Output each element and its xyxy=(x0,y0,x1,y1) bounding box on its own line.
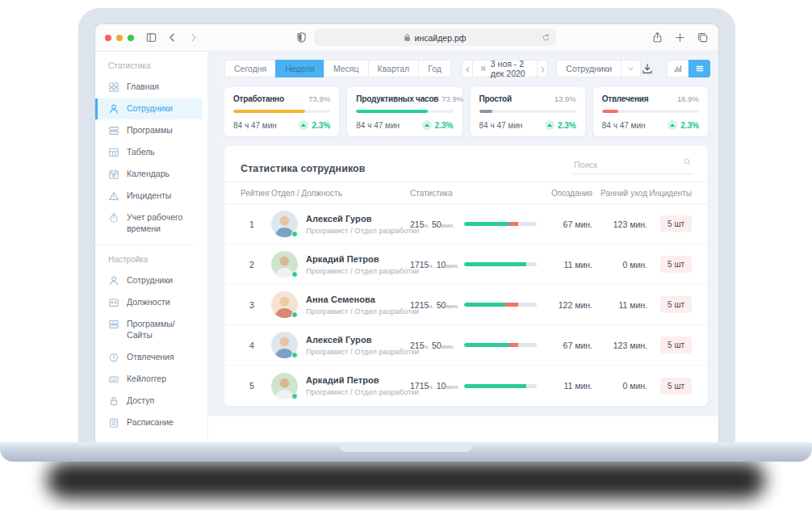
table-row[interactable]: 1 Алексей Гуров Програмист / Отдел разра… xyxy=(224,204,708,245)
change-badge: 2.3% xyxy=(545,120,576,130)
activity-bar xyxy=(464,262,537,266)
activity-bar xyxy=(464,222,537,226)
sidebar-item[interactable]: Доступ xyxy=(95,391,203,412)
incidents-badge: 5 шт xyxy=(660,215,692,232)
stat-card-percent: 73.9% xyxy=(442,94,463,103)
employee-name: Анна Семенова xyxy=(306,295,410,304)
sidebar-section-settings: Сотрудники Должности Программы/Сайты Отв… xyxy=(95,270,207,433)
list-view-button[interactable] xyxy=(689,60,710,77)
change-badge: 2.3% xyxy=(299,120,330,130)
employee-name: Алексей Гуров xyxy=(306,335,410,345)
sidebar-item-label: Инциденты xyxy=(127,190,171,202)
stat-card: Отработанно 73.9% 84 ч 47 мин 2.3% xyxy=(224,87,339,136)
laptop-shadow xyxy=(47,462,765,499)
scope-select[interactable]: Сотрудники xyxy=(556,60,641,77)
sidebar-item[interactable]: Учет рабочего времени xyxy=(95,207,203,239)
activity-bar xyxy=(464,384,537,388)
period-tab[interactable]: Месяц xyxy=(324,60,369,77)
incidents-badge: 5 шт xyxy=(660,337,692,353)
sidebar-item-label: Программы xyxy=(127,125,173,136)
stat-card-time: 84 ч 47 мин xyxy=(233,121,277,130)
avatar xyxy=(271,332,298,358)
chevron-left-icon xyxy=(464,65,471,73)
date-range-field[interactable]: 3 ноя - 2 дек 2020 xyxy=(472,60,537,77)
table-row[interactable]: 3 Анна Семенова Програмист / Отдел разра… xyxy=(224,285,708,325)
sidebar-item-label: Табель xyxy=(127,147,155,158)
online-status-dot xyxy=(291,271,298,278)
stat-card-bar xyxy=(479,110,576,113)
sidebar-item[interactable]: Должности xyxy=(95,292,203,313)
sidebar-item[interactable]: Табель xyxy=(95,142,203,163)
sidebar-item[interactable]: Главная xyxy=(95,77,203,98)
table-row[interactable]: 4 Алексей Гуров Програмист / Отдел разра… xyxy=(224,325,708,366)
forward-icon[interactable] xyxy=(187,31,199,44)
share-icon[interactable] xyxy=(651,31,663,44)
tabs-icon[interactable] xyxy=(697,31,709,44)
shield-icon[interactable] xyxy=(295,31,308,44)
stat-card-percent: 16.9% xyxy=(677,94,699,103)
back-icon[interactable] xyxy=(166,31,178,44)
statistics-cell: 215ч.50мин. xyxy=(410,219,543,229)
app-layout: Статистика Главная Сотрудники Программы … xyxy=(95,52,718,442)
minimize-window-button[interactable] xyxy=(116,35,123,41)
stat-card-time: 84 ч 47 мин xyxy=(479,121,523,130)
close-window-button[interactable] xyxy=(105,35,111,41)
table-row[interactable]: 5 Аркадий Петров Програмист / Отдел разр… xyxy=(224,366,708,406)
sidebar-item[interactable]: Программы xyxy=(95,120,203,141)
sidebar-item-icon xyxy=(108,103,119,115)
sidebar-item[interactable]: Инциденты xyxy=(95,186,203,207)
sidebar-item[interactable]: Сотрудники xyxy=(95,270,203,291)
address-bar[interactable]: инсайдер.рф xyxy=(314,29,556,46)
period-tab[interactable]: Неделя xyxy=(275,60,324,77)
early-leave-cell: 0 мин. xyxy=(592,260,647,270)
period-tab[interactable]: Квартал xyxy=(368,60,420,77)
sidebar-section-title: Статистика xyxy=(95,56,207,76)
prev-period-button[interactable] xyxy=(462,60,473,77)
new-tab-icon[interactable] xyxy=(674,31,686,44)
reload-icon[interactable] xyxy=(542,33,550,42)
employee-cell: Алексей Гуров Програмист / Отдел разрабо… xyxy=(271,332,410,358)
search-input[interactable] xyxy=(572,158,693,174)
sidebar-item[interactable]: Сотрудники xyxy=(95,98,203,119)
zoom-window-button[interactable] xyxy=(128,35,134,41)
arrow-up-icon xyxy=(299,120,308,130)
sidebar-item-icon xyxy=(108,190,119,202)
time-value: 1715ч.10мин. xyxy=(410,260,458,270)
statistics-cell: 1715ч.10мин. xyxy=(410,260,543,270)
online-status-dot xyxy=(291,311,298,318)
sidebar-item[interactable]: Календарь xyxy=(95,164,203,185)
rank-cell: 4 xyxy=(241,341,271,350)
employee-cell: Аркадий Петров Програмист / Отдел разраб… xyxy=(271,373,410,399)
chart-view-button[interactable] xyxy=(667,60,689,77)
sidebar-item[interactable]: Программы/Сайты xyxy=(95,314,203,345)
main-content: Сегодня Неделя Месяц Квартал Год xyxy=(208,52,718,442)
sidebar-item[interactable]: Расписание xyxy=(95,412,203,433)
sidebar-item[interactable]: Кейлоггер xyxy=(95,369,203,390)
page-footer-area xyxy=(208,416,718,442)
next-period-button[interactable] xyxy=(537,60,548,77)
sidebar-toggle-icon[interactable] xyxy=(145,31,157,44)
employee-role: Програмист / Отдел разработки xyxy=(306,307,410,316)
sidebar-item-label: Кейлоггер xyxy=(127,374,166,385)
filters-toolbar: Сегодня Неделя Месяц Квартал Год xyxy=(224,60,708,77)
sidebar-section-statistics: Главная Сотрудники Программы Табель Кале… xyxy=(95,77,207,239)
chevron-down-icon xyxy=(622,61,640,77)
period-tab[interactable]: Год xyxy=(418,60,451,77)
rank-cell: 1 xyxy=(241,219,271,229)
sidebar-item[interactable]: Отвлечения xyxy=(95,347,203,368)
table-row[interactable]: 2 Аркадий Петров Програмист / Отдел разр… xyxy=(224,245,708,285)
sidebar-item-icon xyxy=(108,147,119,158)
change-value: 2.3% xyxy=(312,121,330,130)
laptop-mockup: инсайдер.рф Статистика Главная Сотрудни xyxy=(0,0,812,510)
employees-table: Статистика сотрудников Рейтинг Отдел / Д… xyxy=(224,146,708,406)
employee-cell: Алексей Гуров Програмист / Отдел разрабо… xyxy=(271,211,410,237)
incidents-badge: 5 шт xyxy=(660,296,692,313)
period-tab[interactable]: Сегодня xyxy=(224,60,276,77)
sidebar-item-icon xyxy=(108,169,119,180)
early-leave-cell: 11 мин. xyxy=(592,300,647,310)
download-icon[interactable] xyxy=(641,61,654,77)
stat-cards: Отработанно 73.9% 84 ч 47 мин 2.3% Проду… xyxy=(224,87,708,136)
early-leave-cell: 123 мин. xyxy=(592,219,647,229)
sidebar-item-icon xyxy=(108,417,119,428)
stat-card-time: 84 ч 47 мин xyxy=(356,121,400,130)
